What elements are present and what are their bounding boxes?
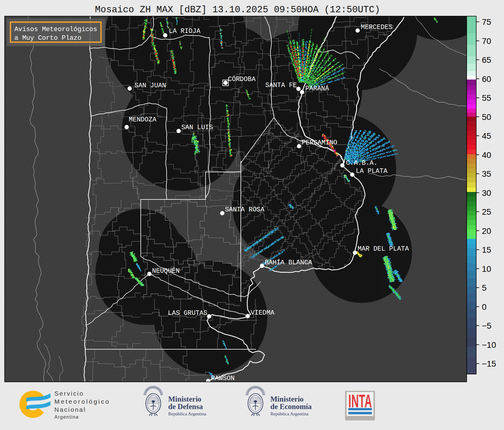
svg-text:RAWSON: RAWSON bbox=[211, 375, 235, 382]
svg-text:Ministerio: Ministerio bbox=[270, 395, 304, 403]
svg-text:−15: −15 bbox=[482, 359, 496, 368]
svg-text:MAR DEL PLATA: MAR DEL PLATA bbox=[358, 245, 409, 253]
svg-text:NEUQUÉN: NEUQUÉN bbox=[152, 267, 180, 275]
svg-text:SAN JUAN: SAN JUAN bbox=[134, 82, 166, 89]
svg-text:35: 35 bbox=[482, 169, 491, 179]
svg-text:−10: −10 bbox=[482, 340, 496, 350]
svg-text:República Argentina: República Argentina bbox=[270, 411, 309, 416]
svg-text:70: 70 bbox=[482, 36, 491, 46]
svg-text:25: 25 bbox=[482, 207, 491, 216]
svg-text:LA PLATA: LA PLATA bbox=[356, 167, 387, 175]
svg-text:MENDOZA: MENDOZA bbox=[129, 116, 157, 123]
svg-text:20: 20 bbox=[482, 226, 491, 236]
svg-text:Argentina: Argentina bbox=[54, 414, 79, 420]
svg-text:Nacional: Nacional bbox=[54, 406, 86, 413]
svg-text:PARANÁ: PARANÁ bbox=[305, 85, 329, 92]
svg-text:45: 45 bbox=[482, 131, 491, 141]
svg-text:República Argentina: República Argentina bbox=[168, 411, 206, 416]
svg-text:−5: −5 bbox=[482, 321, 491, 330]
svg-text:C.A.B.A.: C.A.B.A. bbox=[346, 159, 378, 167]
svg-text:SANTA ROSA: SANTA ROSA bbox=[225, 206, 265, 214]
svg-text:LA RIOJA: LA RIOJA bbox=[169, 28, 200, 35]
svg-text:Mosaico ZH MAX [dBZ] 13.10.202: Mosaico ZH MAX [dBZ] 13.10.2025 09:50HOA… bbox=[95, 4, 380, 15]
svg-text:10: 10 bbox=[482, 264, 491, 274]
svg-text:0: 0 bbox=[482, 302, 487, 312]
svg-text:VIEDMA: VIEDMA bbox=[251, 309, 275, 317]
svg-text:Meteorológico: Meteorológico bbox=[54, 398, 110, 405]
svg-text:Avisos Meteorológicos: Avisos Meteorológicos bbox=[14, 26, 97, 33]
svg-text:a Muy Corto Plazo: a Muy Corto Plazo bbox=[14, 34, 81, 42]
svg-text:SANTA FE: SANTA FE bbox=[265, 82, 297, 89]
svg-text:60: 60 bbox=[482, 74, 491, 84]
svg-text:Servicio: Servicio bbox=[54, 390, 84, 397]
svg-text:SAN LUIS: SAN LUIS bbox=[181, 124, 213, 131]
svg-text:15: 15 bbox=[482, 245, 491, 254]
svg-text:75: 75 bbox=[482, 17, 491, 27]
svg-text:PERGAMINO: PERGAMINO bbox=[302, 139, 337, 147]
svg-text:Ministerio: Ministerio bbox=[168, 395, 201, 403]
svg-text:55: 55 bbox=[482, 93, 491, 103]
svg-text:65: 65 bbox=[482, 55, 491, 65]
svg-text:de Defensa: de Defensa bbox=[168, 402, 203, 411]
svg-text:de Economía: de Economía bbox=[270, 402, 312, 411]
svg-text:MERCEDES: MERCEDES bbox=[361, 24, 393, 31]
svg-text:50: 50 bbox=[482, 112, 491, 122]
svg-text:40: 40 bbox=[482, 150, 491, 160]
svg-text:CÓRDOBA: CÓRDOBA bbox=[228, 75, 256, 83]
svg-text:5: 5 bbox=[482, 283, 487, 292]
svg-text:30: 30 bbox=[482, 188, 491, 198]
svg-text:LAS GRUTAS: LAS GRUTAS bbox=[168, 309, 207, 317]
svg-text:BAHÍA BLANCA: BAHÍA BLANCA bbox=[265, 259, 312, 266]
